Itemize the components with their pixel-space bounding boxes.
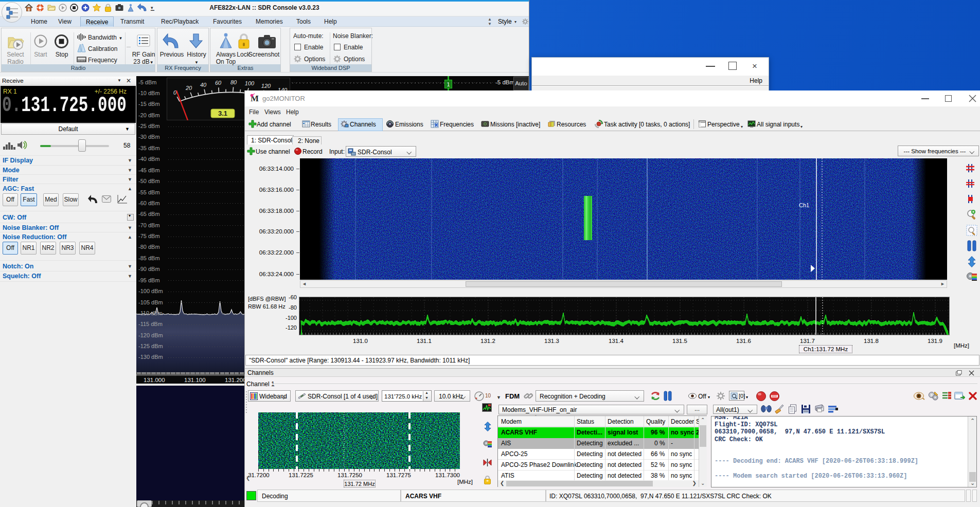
svg-text:1010: 1010 [772, 395, 777, 397]
svg-text:60: 60 [215, 80, 222, 86]
svg-text:120: 120 [261, 83, 271, 89]
svg-text:40: 40 [200, 82, 207, 88]
svg-text:3.1: 3.1 [218, 110, 227, 117]
svg-text:0: 0 [173, 89, 177, 96]
svg-text:20: 20 [185, 85, 192, 91]
svg-text:Ch1: Ch1 [799, 202, 809, 208]
svg-text:80: 80 [230, 79, 237, 85]
svg-text:100: 100 [245, 80, 255, 86]
